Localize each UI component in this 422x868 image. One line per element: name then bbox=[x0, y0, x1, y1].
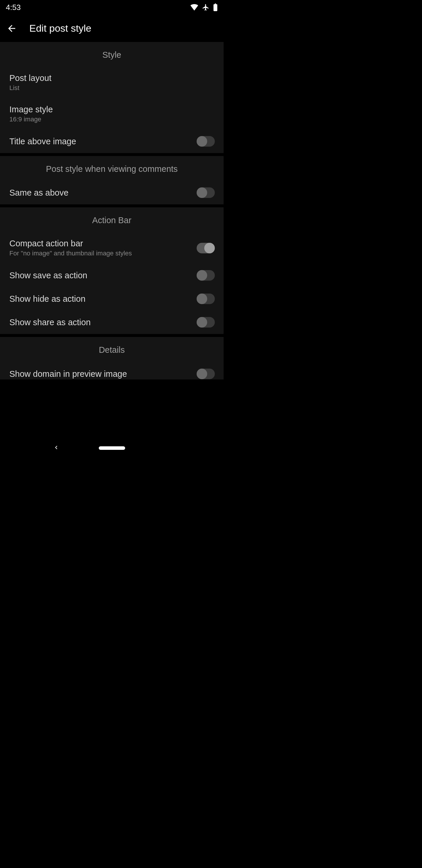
setting-title: Show hide as action bbox=[9, 294, 86, 304]
section-header-comments: Post style when viewing comments bbox=[0, 156, 224, 181]
setting-show-share[interactable]: Show share as action bbox=[0, 311, 224, 334]
nav-home-pill[interactable] bbox=[99, 446, 125, 450]
setting-title: Title above image bbox=[9, 137, 76, 146]
setting-title: Compact action bar bbox=[9, 239, 132, 248]
setting-same-as-above[interactable]: Same as above bbox=[0, 181, 224, 205]
setting-value: 16:9 image bbox=[9, 116, 53, 123]
arrow-left-icon bbox=[6, 23, 17, 34]
toggle-show-hide[interactable] bbox=[197, 293, 215, 304]
setting-show-domain[interactable]: Show domain in preview image bbox=[0, 362, 224, 379]
setting-title: Show save as action bbox=[9, 271, 87, 280]
setting-compact-action-bar[interactable]: Compact action bar For "no image" and th… bbox=[0, 232, 224, 264]
section-details: Details Show domain in preview image bbox=[0, 337, 224, 379]
navigation-bar bbox=[0, 436, 224, 460]
setting-image-style[interactable]: Image style 16:9 image bbox=[0, 98, 224, 130]
page-title: Edit post style bbox=[29, 23, 91, 34]
wifi-icon bbox=[190, 4, 198, 10]
section-header-style: Style bbox=[0, 42, 224, 67]
section-style: Style Post layout List Image style 16:9 … bbox=[0, 42, 224, 153]
app-bar: Edit post style bbox=[0, 15, 224, 42]
airplane-icon bbox=[202, 3, 209, 11]
chevron-left-icon bbox=[53, 444, 60, 451]
status-icons bbox=[190, 3, 218, 11]
setting-title-above-image[interactable]: Title above image bbox=[0, 130, 224, 153]
toggle-title-above-image[interactable] bbox=[197, 136, 215, 147]
setting-title: Image style bbox=[9, 105, 53, 114]
setting-show-save[interactable]: Show save as action bbox=[0, 264, 224, 287]
setting-value: List bbox=[9, 84, 51, 92]
status-bar: 4:53 bbox=[0, 0, 224, 15]
setting-show-hide[interactable]: Show hide as action bbox=[0, 287, 224, 311]
section-header-action-bar: Action Bar bbox=[0, 207, 224, 232]
toggle-show-save[interactable] bbox=[197, 270, 215, 281]
setting-title: Post layout bbox=[9, 73, 51, 83]
content-area: Style Post layout List Image style 16:9 … bbox=[0, 42, 224, 379]
status-time: 4:53 bbox=[6, 3, 21, 12]
battery-icon bbox=[213, 3, 218, 11]
toggle-compact-action-bar[interactable] bbox=[197, 243, 215, 253]
nav-back-button[interactable] bbox=[53, 444, 60, 452]
setting-title: Show domain in preview image bbox=[9, 369, 127, 379]
setting-post-layout[interactable]: Post layout List bbox=[0, 67, 224, 98]
toggle-show-share[interactable] bbox=[197, 317, 215, 328]
back-button[interactable] bbox=[6, 23, 18, 34]
section-action-bar: Action Bar Compact action bar For "no im… bbox=[0, 207, 224, 334]
setting-subtitle: For "no image" and thumbnail image style… bbox=[9, 250, 132, 257]
toggle-show-domain[interactable] bbox=[197, 369, 215, 379]
toggle-same-as-above[interactable] bbox=[197, 187, 215, 198]
section-comments-view: Post style when viewing comments Same as… bbox=[0, 156, 224, 205]
section-header-details: Details bbox=[0, 337, 224, 362]
setting-title: Show share as action bbox=[9, 318, 91, 327]
setting-title: Same as above bbox=[9, 188, 69, 198]
